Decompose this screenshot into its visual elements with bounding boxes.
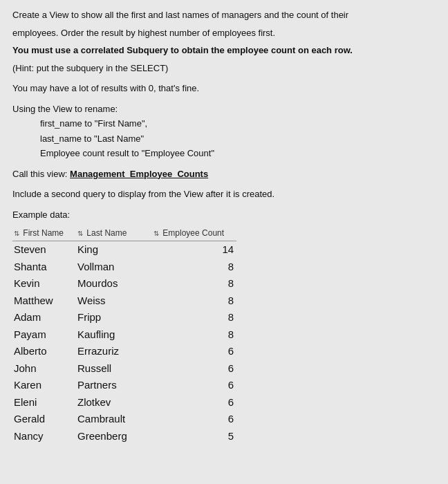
cell-first-name: Nancy: [12, 428, 76, 445]
include-line: Include a second query to display from t…: [12, 187, 436, 201]
table-row: StevenKing14: [12, 241, 236, 259]
cell-first-name: Kevin: [12, 275, 76, 292]
section-call-view: Call this view: Management_Employee_Coun…: [12, 167, 436, 181]
section-rename: Using the View to rename: first_name to …: [12, 102, 436, 160]
cell-last-name: Partners: [76, 377, 152, 394]
table-row: MatthewWeiss8: [12, 292, 236, 310]
cell-employee-count: 6: [152, 360, 236, 378]
table-row: GeraldCambrault6: [12, 411, 236, 428]
section-intro: Create a View to show all the first and …: [12, 8, 436, 75]
col-header-count: ⇅ Employee Count: [152, 225, 236, 241]
cell-last-name: Mourdos: [76, 275, 152, 292]
cell-last-name: Kaufling: [76, 326, 152, 344]
cell-first-name: Adam: [12, 309, 76, 326]
cell-first-name: Shanta: [12, 259, 76, 276]
table-row: AlbertoErrazuriz6: [12, 343, 236, 360]
cell-last-name: Russell: [76, 360, 152, 378]
table-row: AdamFripp8: [12, 309, 236, 326]
cell-last-name: Fripp: [76, 309, 152, 326]
sort-icon-first: ⇅: [14, 230, 19, 237]
table-row: KevinMourdos8: [12, 275, 236, 292]
cell-last-name: Weiss: [76, 292, 152, 310]
cell-employee-count: 6: [152, 343, 236, 360]
intro-line2: employees. Order the result by highest n…: [12, 26, 436, 40]
cell-employee-count: 8: [152, 309, 236, 326]
cell-first-name: Steven: [12, 241, 76, 259]
bold-subquery-line: You must use a correlated Subquery to ob…: [12, 44, 436, 57]
cell-employee-count: 8: [152, 275, 236, 292]
section-results: You may have a lot of results with 0, th…: [12, 82, 436, 95]
rename-title: Using the View to rename:: [12, 102, 436, 116]
call-view-line: Call this view: Management_Employee_Coun…: [12, 167, 436, 181]
table-header-row: ⇅ First Name ⇅ Last Name ⇅ Employee Coun…: [12, 225, 236, 241]
cell-employee-count: 6: [152, 394, 236, 411]
cell-employee-count: 8: [152, 259, 236, 276]
rename-item-3: Employee count result to "Employee Count…: [40, 147, 436, 160]
cell-last-name: Zlotkev: [76, 394, 152, 411]
col-label-count: Employee Count: [162, 228, 224, 238]
cell-first-name: Gerald: [12, 411, 76, 428]
example-label: Example data:: [12, 208, 436, 222]
cell-employee-count: 8: [152, 326, 236, 344]
col-label-first: First Name: [23, 228, 64, 238]
example-table: ⇅ First Name ⇅ Last Name ⇅ Employee Coun…: [12, 225, 236, 445]
cell-last-name: Greenberg: [76, 428, 152, 445]
sort-icon-count: ⇅: [153, 230, 159, 237]
may-have-line: You may have a lot of results with 0, th…: [12, 82, 436, 95]
cell-last-name: Errazuriz: [76, 343, 152, 360]
cell-first-name: Alberto: [12, 343, 76, 360]
instructions-block: Create a View to show all the first and …: [12, 8, 436, 445]
cell-employee-count: 14: [152, 241, 236, 259]
cell-employee-count: 6: [152, 377, 236, 394]
rename-item-1: first_name to "First Name",: [40, 117, 436, 131]
table-row: JohnRussell6: [12, 360, 236, 378]
col-header-first: ⇅ First Name: [12, 225, 76, 241]
intro-line1: Create a View to show all the first and …: [12, 8, 436, 22]
call-view-prefix: Call this view:: [12, 169, 70, 179]
cell-first-name: Karen: [12, 377, 76, 394]
cell-first-name: Eleni: [12, 394, 76, 411]
cell-employee-count: 8: [152, 292, 236, 310]
cell-first-name: John: [12, 360, 76, 378]
table-row: NancyGreenberg5: [12, 428, 236, 445]
col-header-last: ⇅ Last Name: [76, 225, 152, 241]
col-label-last: Last Name: [86, 228, 127, 238]
table-row: EleniZlotkev6: [12, 394, 236, 411]
cell-employee-count: 6: [152, 411, 236, 428]
view-name: Management_Employee_Counts: [70, 169, 208, 179]
section-include: Include a second query to display from t…: [12, 187, 436, 201]
cell-first-name: Matthew: [12, 292, 76, 310]
table-row: KarenPartners6: [12, 377, 236, 394]
table-body: StevenKing14ShantaVollman8KevinMourdos8M…: [12, 241, 236, 445]
cell-last-name: Cambrault: [76, 411, 152, 428]
rename-item-2: last_name to "Last Name": [40, 132, 436, 146]
section-example: Example data: ⇅ First Name ⇅ Last Name ⇅…: [12, 208, 436, 445]
table-row: PayamKaufling8: [12, 326, 236, 344]
cell-last-name: King: [76, 241, 152, 259]
rename-items: first_name to "First Name", last_name to…: [12, 117, 436, 160]
cell-employee-count: 5: [152, 428, 236, 445]
sort-icon-last: ⇅: [77, 230, 83, 237]
table-row: ShantaVollman8: [12, 259, 236, 276]
hint-line: (Hint: put the subquery in the SELECT): [12, 62, 436, 75]
cell-first-name: Payam: [12, 326, 76, 344]
cell-last-name: Vollman: [76, 259, 152, 276]
